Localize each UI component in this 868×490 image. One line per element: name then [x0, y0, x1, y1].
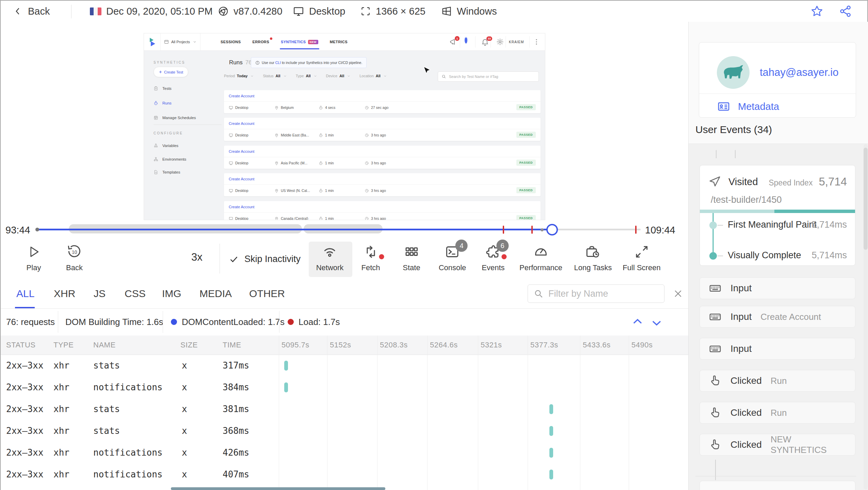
run-card[interactable]: Create AccountDesktopAsia Pacific (M...1… — [224, 146, 541, 169]
event-card-input[interactable]: Input — [700, 338, 855, 360]
network-panel: ALLXHRJSCSSIMGMEDIAOTHER 76: requests DO… — [1, 279, 688, 490]
filter-value: Today — [237, 74, 248, 78]
jump-next-button[interactable] — [650, 316, 663, 329]
event-card-clicked[interactable]: ClickedRun — [700, 402, 855, 424]
network-tab-img[interactable]: IMG — [162, 279, 181, 308]
network-tab-other[interactable]: OTHER — [249, 279, 285, 308]
panel-count-badge: 4 — [455, 240, 468, 252]
os-info: Windows — [441, 1, 497, 22]
network-request-row[interactable]: 2xx–3xxxhrstatsx381ms — [1, 398, 688, 420]
sidebar-item-runs: Runs — [154, 99, 172, 108]
keyboard-icon — [709, 310, 722, 323]
run-cell-text: Desktop — [235, 133, 248, 137]
play-icon — [26, 243, 41, 261]
events-icon: 6 — [485, 243, 501, 261]
next-event-card-partial[interactable] — [700, 481, 855, 490]
skip-inactivity-toggle[interactable]: Skip Inactivity — [229, 254, 301, 264]
run-cell: Middle East (Ba... — [274, 129, 309, 141]
playhead-handle[interactable] — [546, 224, 558, 235]
panel-label: Events — [482, 263, 504, 272]
filter-type: TypeAll — [296, 74, 317, 78]
run-card[interactable]: Create AccountDesktopCanada (Central)1 m… — [224, 201, 541, 220]
state-panel-button[interactable]: State — [403, 243, 420, 272]
request-cell: xhr — [53, 463, 69, 485]
panel-alert-dot — [379, 254, 384, 259]
event-card-input[interactable]: Input — [700, 277, 855, 299]
network-table-header: STATUSTYPENAMESIZETIME5095.7s5152s5208.3… — [1, 336, 688, 355]
play-button[interactable]: Play — [26, 243, 41, 272]
sidebar-item-label: Variables — [162, 144, 178, 148]
console-panel-button[interactable]: 4Console — [439, 243, 466, 272]
network-tab-media[interactable]: MEDIA — [199, 279, 232, 308]
replay-stage[interactable]: All Projects SESSIONSERRORSSYNTHETICSNEW… — [1, 22, 688, 220]
run-cell: 1 min — [319, 213, 334, 220]
network-tab-xhr[interactable]: XHR — [54, 279, 75, 308]
performance-panel-button[interactable]: Performance — [519, 243, 562, 272]
network-tab-js[interactable]: JS — [94, 279, 106, 308]
sidebar-scrollbar-thumb[interactable] — [864, 148, 868, 250]
time-column-header: 5152s — [330, 336, 351, 355]
event-card-clicked[interactable]: ClickedNEW SYNTHETICS — [700, 434, 855, 456]
network-request-row[interactable]: 2xx–3xxxhrstatsx317ms — [1, 355, 688, 376]
speed-index-label: Speed Index — [769, 178, 813, 187]
filter-label: Location — [359, 74, 374, 78]
run-cell-text: 1 min — [325, 216, 334, 220]
user-events-title: User Events (34) — [695, 124, 772, 135]
event-card-clicked[interactable]: ClickedRun — [700, 370, 855, 392]
timeline-connector — [716, 150, 717, 158]
jump-previous-button[interactable] — [631, 315, 644, 328]
network-request-row[interactable]: 2xx–3xxxhrstatsx368ms — [1, 420, 688, 442]
back-button[interactable]: Back — [13, 1, 50, 22]
fetch-panel-button[interactable]: Fetch — [361, 243, 380, 272]
full-screen-panel-button[interactable]: Full Screen — [623, 243, 660, 272]
run-card[interactable]: Create AccountDesktopBelgium4 secs27 sec… — [224, 90, 541, 113]
tests-icon — [154, 86, 158, 91]
run-cell-text: Desktop — [235, 189, 248, 193]
events-panel-button[interactable]: 6Events — [482, 243, 504, 272]
column-header-name: NAME — [93, 336, 116, 355]
stopwatch-icon — [319, 133, 323, 137]
share-button[interactable] — [839, 1, 852, 22]
favorite-star-button[interactable] — [810, 1, 824, 22]
metadata-button[interactable]: Metadata — [717, 100, 779, 113]
session-meta-time: Dec 09, 2020, 05:10 PM — [90, 1, 213, 22]
network-filter-field[interactable] — [528, 284, 664, 303]
cli-link: CLI — [275, 61, 281, 65]
long-tasks-panel-button[interactable]: Long Tasks — [574, 243, 612, 272]
close-panel-button[interactable] — [673, 289, 683, 299]
pointer-icon — [709, 406, 722, 419]
run-card[interactable]: Create AccountDesktopUS West (N. Cal...1… — [224, 173, 541, 196]
run-card[interactable]: Create AccountDesktopMiddle East (Ba...1… — [224, 118, 541, 141]
network-filter-input[interactable] — [548, 288, 651, 299]
request-cell: 2xx–3xx — [6, 463, 44, 485]
network-tab-css[interactable]: CSS — [125, 279, 146, 308]
panel-label: Fetch — [361, 263, 380, 272]
run-cell-text: 3 hrs ago — [371, 133, 386, 137]
network-request-row[interactable]: 2xx–3xxxhrnotificationsx384ms — [1, 376, 688, 398]
network-request-row[interactable]: 2xx–3xxxhrnotificationsx407ms — [1, 463, 688, 485]
panel-label: Performance — [519, 263, 562, 272]
horizontal-scrollbar-thumb[interactable] — [171, 487, 385, 490]
paint-progress-bar-light — [700, 210, 774, 213]
playback-speed-button[interactable]: 3x — [191, 251, 203, 263]
back-10s-button[interactable]: 10 Back — [66, 243, 83, 272]
user-email-link[interactable]: tahay@asayer.io — [760, 66, 838, 79]
chevron-left-icon — [13, 6, 23, 16]
chevron-down-icon — [250, 74, 254, 78]
search-icon — [441, 74, 446, 79]
status-badge: PASSED — [516, 187, 536, 193]
event-card-input[interactable]: InputCreate Account — [700, 306, 855, 328]
visited-event-card[interactable]: Visited Speed Index 5,714 /test-builder/… — [700, 165, 855, 266]
time-column-header: 5321s — [481, 336, 502, 355]
request-cell: stats — [93, 398, 120, 420]
chrome-icon — [218, 6, 229, 17]
panel-count-badge: 6 — [496, 240, 509, 252]
request-cell: notifications — [93, 376, 163, 398]
network-panel-button[interactable]: Network — [316, 243, 344, 272]
dom-building-time: DOM Building Time: 1.6s — [65, 308, 163, 336]
network-request-row[interactable]: 2xx–3xxxhrnotificationsx426ms — [1, 442, 688, 463]
network-tab-all[interactable]: ALL — [16, 279, 34, 308]
run-name-link: Create Account — [224, 118, 541, 129]
metric-dot — [709, 222, 717, 229]
event-type-label: Input — [730, 283, 752, 294]
